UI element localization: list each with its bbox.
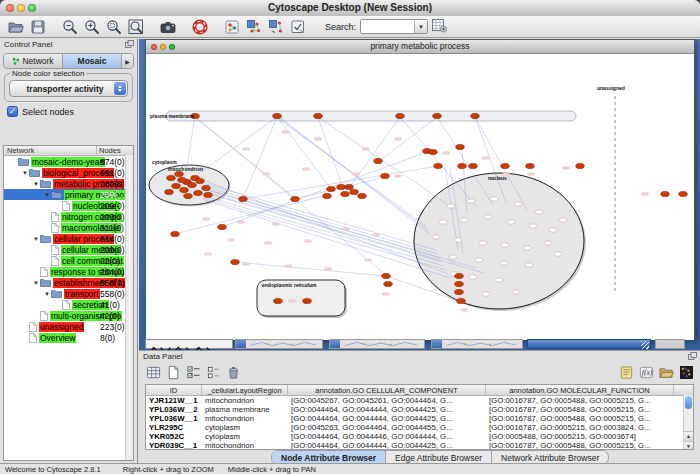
table-row[interactable]: YKR052Ccytoplasm[GO:0044464, GO:0044446,… (146, 432, 693, 441)
tree-row-establishment-of-lo[interactable]: ▼establishment of lo558(0) (4, 277, 133, 288)
background-windows-strip (139, 338, 700, 350)
status-pan-hint: Middle-click + drag to PAN (228, 465, 316, 474)
float-panel-icon[interactable] (125, 40, 134, 48)
attribute-grid-button[interactable] (143, 364, 163, 381)
background-window-fragment[interactable] (329, 339, 425, 349)
tree-expander-icon[interactable]: ▼ (21, 170, 29, 176)
table-cell: YPL036W__2 (146, 405, 202, 414)
annotation-notes-button[interactable] (616, 364, 636, 381)
tree-row-label: unassigned (39, 322, 84, 332)
selected-node (433, 113, 442, 118)
apply-layout-2-button[interactable] (265, 17, 287, 36)
scroll-up-button[interactable]: ▲ (684, 431, 693, 441)
tab-network[interactable]: Network (4, 54, 63, 68)
export-snapshot-button[interactable] (157, 17, 179, 36)
apply-layout-1-button[interactable] (243, 17, 265, 36)
selected-node (469, 163, 478, 168)
column-header[interactable]: _cellularLayoutRegion (202, 385, 288, 395)
tree-row-metabolic-process[interactable]: ▼metabolic process280(0) (4, 178, 133, 189)
table-row[interactable]: YDR039C__1mitochondrion[GO:0044464, GO:0… (146, 441, 693, 450)
selected-node (381, 173, 390, 178)
unselected-node (500, 261, 508, 265)
tab-mosaic[interactable]: Mosaic (63, 54, 122, 68)
tree-row-count: 264(0) (100, 267, 125, 277)
tree-row-cellular-metabo[interactable]: cellular metabo209(0) (4, 244, 133, 255)
tree-row-mosaic-demo-yeast[interactable]: mosaic-demo-yeast874(0) (4, 156, 133, 167)
scroll-down-button[interactable]: ▼ (684, 441, 693, 450)
select-attributes-button[interactable] (183, 364, 203, 381)
tree-row-count: 874(0) (100, 157, 125, 167)
network-view-window[interactable]: primary metabolic process plasma membran… (145, 39, 695, 340)
network-view-titlebar[interactable]: primary metabolic process (146, 40, 694, 54)
tree-expander-icon[interactable]: ▼ (32, 236, 40, 242)
zoom-in-button[interactable] (81, 17, 103, 36)
tree-row-secretion[interactable]: secretion41(0) (4, 299, 133, 310)
zoom-out-button[interactable] (59, 17, 81, 36)
unselect-attributes-button[interactable] (203, 364, 223, 381)
zoom-fit-button[interactable] (125, 17, 147, 36)
import-folder-button[interactable] (656, 364, 676, 381)
tree-row-count: 8(0) (100, 333, 115, 343)
tree-row-cell-communicat[interactable]: cell communicat22(0) (4, 255, 133, 266)
tree-row-multi-organism-pro[interactable]: multi-organism pro42(0) (4, 310, 133, 321)
tree-row-response-to-stimulu[interactable]: response to stimulu264(0) (4, 266, 133, 277)
background-window-fragment[interactable] (431, 339, 523, 349)
delete-attribute-button[interactable] (223, 364, 243, 381)
tree-expander-icon[interactable]: ▼ (32, 280, 40, 286)
table-row[interactable]: YPL036W__2plasma membrane[GO:0044464, GO… (146, 405, 693, 414)
help-ring-button[interactable] (189, 17, 211, 36)
save-session-button[interactable] (27, 17, 49, 36)
tree-expander-icon[interactable]: ▼ (43, 291, 51, 297)
folder-icon (51, 190, 62, 199)
float-panel-icon[interactable] (688, 352, 697, 360)
node-color-dropdown[interactable]: transporter activity (9, 80, 128, 97)
table-row[interactable]: YPL036W__1mitochondrion[GO:0044464, GO:0… (146, 414, 693, 423)
tree-row-overview[interactable]: Overview8(0) (4, 332, 133, 343)
tree-scrollbar[interactable] (125, 155, 133, 460)
formula-builder-button[interactable]: f(x) (636, 364, 656, 381)
selected-node (175, 171, 184, 176)
tree-row-nucleobase-[interactable]: nucleobase-209(0) (4, 200, 133, 211)
new-attribute-button[interactable] (163, 364, 183, 381)
import-table-button[interactable] (428, 16, 450, 35)
tree-expander-icon[interactable]: ▼ (32, 181, 40, 187)
table-scrollbar[interactable]: ▲ ▼ (683, 395, 693, 449)
tree-column-nodes[interactable]: Nodes (97, 146, 133, 155)
annotation-select-button[interactable] (287, 17, 309, 36)
background-window-text-fragment[interactable] (145, 339, 233, 349)
tree-row-macromolecule[interactable]: macromolecule311(0) (4, 222, 133, 233)
data-panel: Data Panel f(x) ID_cellularLayoutRegiona… (139, 350, 700, 464)
table-row[interactable]: YJR121W__1mitochondrion[GO:0045267, GO:0… (146, 396, 693, 405)
tree-row-cellular-process[interactable]: ▼cellular process614(0) (4, 233, 133, 244)
tree-row-count: 209(... (100, 190, 124, 200)
tree-row-primary-metabo[interactable]: ▼primary metabo209(... (4, 189, 133, 200)
background-window-titlebar[interactable] (527, 339, 651, 349)
background-window-fragment[interactable] (235, 339, 323, 349)
heatmap-matrix-button[interactable] (676, 364, 696, 381)
window-titlebar[interactable]: Cytoscape Desktop (New Session) (0, 0, 700, 17)
column-header[interactable]: annotation.GO MOLECULAR_FUNCTION (486, 385, 674, 395)
unselected-node (454, 238, 462, 242)
scrollbar-thumb[interactable] (685, 396, 692, 409)
resize-grip-icon[interactable] (641, 341, 649, 349)
search-dropdown-arrow-icon[interactable]: ▼ (414, 20, 427, 33)
tree-row-unassigned[interactable]: unassigned223(0) (4, 321, 133, 332)
tree-column-network[interactable]: Network (4, 146, 97, 155)
select-nodes-checkbox[interactable]: ✓ (7, 106, 18, 117)
tree-row-biological-process[interactable]: ▼biological_process651(0) (4, 167, 133, 178)
open-session-button[interactable] (5, 17, 27, 36)
column-header[interactable]: ID (146, 385, 202, 395)
graphics-details-button[interactable] (221, 17, 243, 36)
table-row[interactable]: YLR295Ccytoplasm[GO:0045263, GO:0044464,… (146, 423, 693, 432)
search-input[interactable] (361, 20, 414, 33)
table-cell: YKR052C (146, 432, 202, 441)
unselected-node (559, 218, 567, 222)
tree-row-nitrogen-compo[interactable]: nitrogen compo209(0) (4, 211, 133, 222)
tab-overflow-arrow-icon[interactable]: ▶ (122, 54, 133, 68)
network-canvas[interactable]: plasma membranecytoplasmmitochondrionnuc… (146, 54, 694, 340)
tree-expander-icon[interactable]: ▼ (43, 192, 51, 198)
background-window-fragment[interactable] (655, 339, 685, 349)
zoom-selected-button[interactable] (103, 17, 125, 36)
tree-row-transport[interactable]: ▼transport558(0) (4, 288, 133, 299)
column-header[interactable]: annotation.GO CELLULAR_COMPONENT (288, 385, 486, 395)
